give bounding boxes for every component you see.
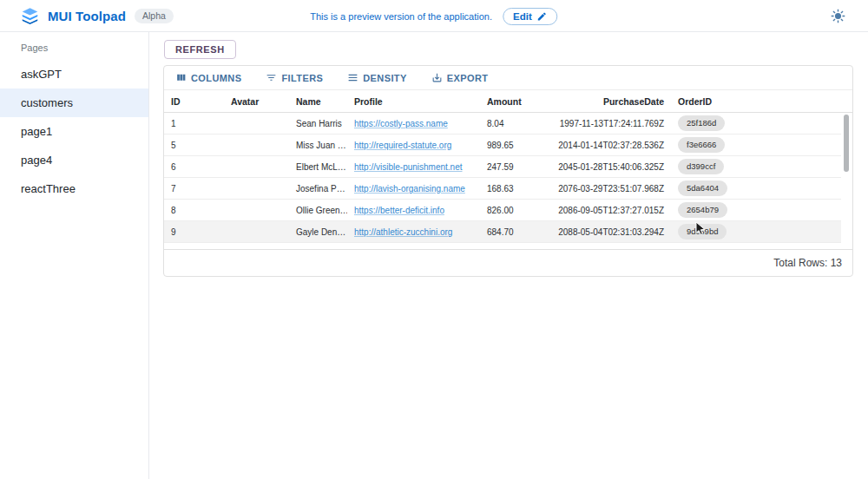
orderid-chip: d399ccf xyxy=(678,159,724,174)
cell-amount: 247.59 xyxy=(480,162,549,172)
cell-profile: http://athletic-zucchini.org xyxy=(347,227,480,237)
app-root: MUI Toolpad Alpha This is a preview vers… xyxy=(0,0,868,479)
cell-profile: http://visible-punishment.net xyxy=(347,162,480,172)
filters-button[interactable]: FILTERS xyxy=(262,70,326,85)
cell-profile: http://lavish-organising.name xyxy=(347,184,480,194)
refresh-button[interactable]: REFRESH xyxy=(164,40,236,59)
table-row[interactable]: 8 Ollie Green… https://better-deficit.in… xyxy=(164,200,841,221)
column-header-purchasedate[interactable]: PurchaseDate xyxy=(549,96,671,107)
cell-id: 9 xyxy=(164,227,224,237)
grid-footer: Total Rows: 13 xyxy=(164,249,852,276)
columns-button[interactable]: COLUMNS xyxy=(172,70,245,85)
sidebar-item-page4[interactable]: page4 xyxy=(0,146,148,174)
cell-orderid: 5da6404 xyxy=(671,180,765,196)
app-title: MUI Toolpad xyxy=(48,9,126,23)
cell-purchasedate: 2076-03-29T23:51:07.968Z xyxy=(549,184,671,194)
grid-body: 1 Sean Harris https://costly-pass.name 8… xyxy=(164,113,852,249)
filters-button-label: FILTERS xyxy=(281,73,323,83)
grid-toolbar: COLUMNS FILTERS DENSITY xyxy=(164,66,852,90)
cell-orderid: 25f186d xyxy=(671,115,765,131)
column-header-name[interactable]: Name xyxy=(289,96,347,107)
sidebar-item-reactthree[interactable]: reactThree xyxy=(0,174,148,203)
table-row-hovered[interactable]: 9 Gayle Den… http://athletic-zucchini.or… xyxy=(164,221,841,243)
columns-button-label: COLUMNS xyxy=(191,73,241,83)
profile-link[interactable]: http://athletic-zucchini.org xyxy=(354,227,452,237)
filter-list-icon xyxy=(266,72,277,83)
vertical-scrollbar[interactable] xyxy=(844,115,849,172)
density-button[interactable]: DENSITY xyxy=(344,70,410,85)
cell-id: 8 xyxy=(164,206,224,215)
toolpad-logo-icon xyxy=(21,7,39,25)
cell-purchasedate: 2014-01-14T02:37:28.536Z xyxy=(549,141,671,150)
preview-banner-text: This is a preview version of the applica… xyxy=(310,11,492,22)
cell-id: 1 xyxy=(164,119,224,128)
density-icon xyxy=(347,72,358,83)
grid-header-row: ID Avatar Name Profile Amount PurchaseDa… xyxy=(164,90,852,113)
cell-profile: https://costly-pass.name xyxy=(347,119,480,128)
sidebar-item-customers[interactable]: customers xyxy=(0,89,148,117)
cell-amount: 168.63 xyxy=(480,184,549,194)
sun-icon xyxy=(831,13,845,26)
cell-amount: 989.65 xyxy=(480,141,549,150)
cell-profile: http://required-statute.org xyxy=(347,141,480,150)
table-row[interactable]: 6 Elbert McL… http://visible-punishment.… xyxy=(164,156,841,178)
density-button-label: DENSITY xyxy=(363,73,406,83)
cell-purchasedate: 2086-09-05T12:37:27.015Z xyxy=(549,206,671,215)
orderid-chip: 25f186d xyxy=(678,115,725,131)
orderid-chip: f3e6666 xyxy=(678,137,725,153)
cell-amount: 684.70 xyxy=(480,227,549,237)
export-button[interactable]: EXPORT xyxy=(428,70,492,85)
column-header-amount[interactable]: Amount xyxy=(480,96,549,107)
orderid-chip: 5da6404 xyxy=(678,180,727,196)
cell-name: Sean Harris xyxy=(289,119,347,128)
cell-avatar xyxy=(224,141,289,150)
table-row[interactable]: 1 Sean Harris https://costly-pass.name 8… xyxy=(164,113,841,135)
cell-avatar xyxy=(224,162,289,172)
cell-avatar xyxy=(224,206,289,215)
sidebar-item-askgpt[interactable]: askGPT xyxy=(0,60,148,89)
profile-link[interactable]: https://costly-pass.name xyxy=(354,119,448,128)
cell-purchasedate: 2045-01-28T15:40:06.325Z xyxy=(549,162,671,172)
profile-link[interactable]: http://lavish-organising.name xyxy=(354,184,465,194)
cell-name: Josefina P… xyxy=(289,184,347,194)
edit-button[interactable]: Edit xyxy=(503,8,558,25)
edit-button-label: Edit xyxy=(513,11,532,22)
cell-id: 6 xyxy=(164,162,224,172)
column-header-orderid[interactable]: OrderID xyxy=(671,96,765,107)
total-rows-label: Total Rows: 13 xyxy=(773,257,842,269)
preview-banner: This is a preview version of the applica… xyxy=(310,0,557,32)
cell-orderid: 9dc59bd xyxy=(671,224,765,240)
column-header-id[interactable]: ID xyxy=(164,96,224,107)
sidebar-item-page1[interactable]: page1 xyxy=(0,117,148,146)
cell-purchasedate: 1997-11-13T17:24:11.769Z xyxy=(549,119,671,128)
data-grid: COLUMNS FILTERS DENSITY xyxy=(163,65,853,277)
cell-name: Miss Juan … xyxy=(289,141,347,150)
profile-link[interactable]: http://required-statute.org xyxy=(354,141,451,150)
cell-orderid: f3e6666 xyxy=(671,137,765,153)
layout: Pages askGPT customers page1 page4 react… xyxy=(0,32,868,479)
topbar-right xyxy=(827,5,868,27)
cell-avatar xyxy=(224,184,289,194)
cell-purchasedate: 2088-05-04T02:31:03.294Z xyxy=(549,227,671,237)
table-row[interactable]: 7 Josefina P… http://lavish-organising.n… xyxy=(164,178,841,200)
profile-link[interactable]: http://visible-punishment.net xyxy=(354,162,463,172)
sidebar-section-label: Pages xyxy=(0,37,148,60)
view-column-icon xyxy=(175,72,187,83)
profile-link[interactable]: https://better-deficit.info xyxy=(354,206,444,215)
pencil-icon xyxy=(537,11,548,22)
orderid-chip: 9dc59bd xyxy=(678,224,727,240)
export-download-icon xyxy=(431,72,443,83)
cell-amount: 8.04 xyxy=(480,119,549,128)
cell-avatar xyxy=(224,119,289,128)
export-button-label: EXPORT xyxy=(447,73,489,83)
theme-toggle-button[interactable] xyxy=(827,5,849,27)
cell-name: Ollie Green… xyxy=(289,206,347,215)
cell-avatar xyxy=(224,227,289,237)
sidebar: Pages askGPT customers page1 page4 react… xyxy=(0,32,149,479)
orderid-chip: 2654b79 xyxy=(678,202,727,218)
column-header-avatar[interactable]: Avatar xyxy=(224,96,289,107)
table-row[interactable]: 5 Miss Juan … http://required-statute.or… xyxy=(164,135,841,156)
column-header-profile[interactable]: Profile xyxy=(347,96,480,107)
cell-name: Gayle Den… xyxy=(289,227,347,237)
alpha-badge: Alpha xyxy=(135,9,174,23)
